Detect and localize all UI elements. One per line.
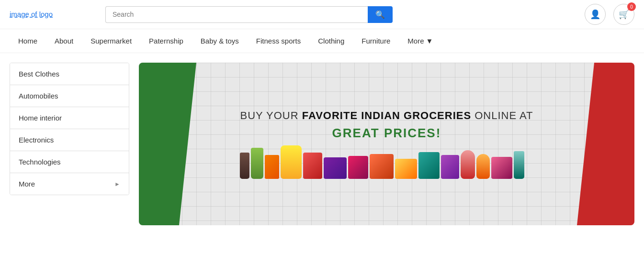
chevron-right-icon: ► (114, 181, 120, 187)
sidebar-item-best-clothes[interactable]: Best Clothes (10, 63, 129, 85)
sidebar-item-label: Electronics (19, 136, 54, 144)
product-item (395, 159, 417, 179)
nav-item-fitness-sports[interactable]: Fitness sports (248, 29, 309, 53)
banner-line1: BUY YOUR FAVORITE INDIAN GROCERIES ONLIN… (240, 110, 533, 122)
search-bar: 🔍 (105, 6, 393, 23)
header: image of logo 🔍 👤 🛒 0 (0, 0, 644, 29)
product-item (370, 154, 394, 179)
search-input[interactable] (105, 6, 368, 23)
nav-item-clothing[interactable]: Clothing (309, 29, 353, 53)
logo: image of logo (10, 10, 53, 18)
nav-item-more[interactable]: More ▼ (399, 29, 441, 53)
nav-item-paternship[interactable]: Paternship (140, 29, 192, 53)
chevron-down-icon: ▼ (426, 37, 433, 45)
nav-item-about[interactable]: About (46, 29, 82, 53)
sidebar-item-label: Home interior (19, 114, 62, 122)
user-icon: 👤 (590, 9, 600, 20)
sidebar-item-home-interior[interactable]: Home interior (10, 107, 129, 129)
sidebar-item-label: Technologies (19, 158, 61, 166)
user-icon-button[interactable]: 👤 (585, 4, 606, 25)
banner-content: BUY YOUR FAVORITE INDIAN GROCERIES ONLIN… (221, 100, 552, 188)
banner-line1-prefix: BUY YOUR (240, 110, 302, 121)
nav-item-supermarket[interactable]: Supermarket (82, 29, 140, 53)
sidebar-item-automobiles[interactable]: Automobiles (10, 85, 129, 107)
banner-line2: GREAT PRICES! (240, 126, 533, 141)
product-item (441, 155, 459, 179)
product-item (348, 156, 368, 179)
nav-item-baby-toys[interactable]: Baby & toys (192, 29, 248, 53)
cart-icon: 🛒 (619, 9, 629, 20)
logo-area: image of logo (10, 10, 96, 19)
grocery-scene (240, 145, 533, 179)
search-button[interactable]: 🔍 (368, 6, 393, 23)
search-icon: 🔍 (375, 11, 385, 19)
product-item (461, 150, 475, 179)
nav-more-label: More (407, 37, 424, 45)
product-item (418, 152, 440, 179)
sidebar: Best Clothes Automobiles Home interior E… (10, 63, 129, 195)
sidebar-item-more[interactable]: More ► (10, 173, 129, 195)
product-item (265, 155, 279, 179)
nav: Home About Supermarket Paternship Baby &… (0, 29, 644, 53)
product-item (476, 154, 490, 179)
product-item (240, 153, 249, 179)
banner: BUY YOUR FAVORITE INDIAN GROCERIES ONLIN… (139, 63, 634, 225)
product-item (514, 151, 524, 179)
banner-line1-suffix: ONLINE AT (471, 110, 533, 121)
main-content: Best Clothes Automobiles Home interior E… (0, 53, 644, 235)
cart-icon-button[interactable]: 🛒 0 (613, 4, 634, 25)
sidebar-item-label: Best Clothes (19, 70, 59, 78)
product-item (324, 157, 347, 179)
header-icons: 👤 🛒 0 (585, 4, 634, 25)
sidebar-item-label: Automobiles (19, 92, 58, 100)
product-item (491, 157, 512, 179)
nav-item-furniture[interactable]: Furniture (353, 29, 399, 53)
nav-item-home[interactable]: Home (10, 29, 46, 53)
sidebar-item-electronics[interactable]: Electronics (10, 129, 129, 151)
sidebar-item-technologies[interactable]: Technologies (10, 151, 129, 173)
product-item (281, 145, 302, 179)
sidebar-item-label: More (19, 180, 35, 188)
cart-badge: 0 (627, 2, 636, 11)
product-item (251, 148, 263, 179)
banner-line1-strong: FAVORITE INDIAN GROCERIES (302, 110, 471, 121)
product-item (303, 153, 322, 179)
